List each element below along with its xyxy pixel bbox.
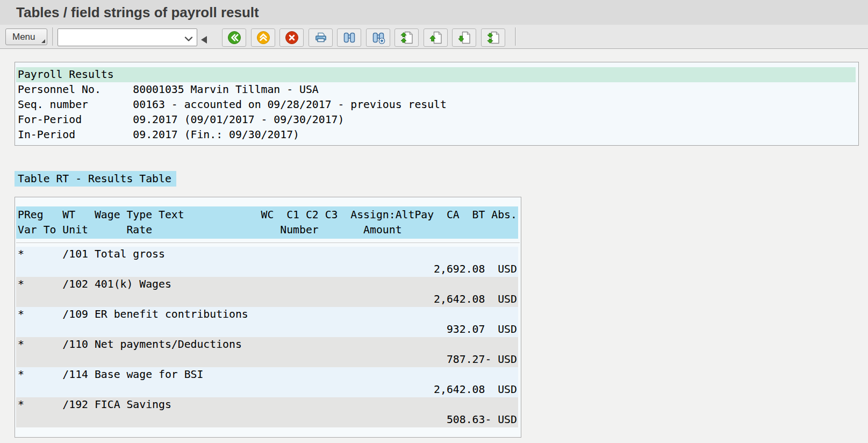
toolbar-separator [52, 27, 54, 46]
table-row[interactable]: * /101 Total gross 2,692.08 USD [16, 247, 518, 277]
first-page-icon [399, 30, 414, 45]
header-separator [16, 242, 520, 243]
amount-line: 2,692.08 USD [18, 262, 518, 277]
previous-page-button[interactable] [424, 28, 448, 47]
last-page-icon [486, 30, 501, 45]
exit-icon [256, 30, 271, 45]
find-next-button[interactable] [366, 28, 390, 47]
menu-corner-triangle-icon [41, 39, 45, 43]
wage-type-line: * /101 Total gross [18, 247, 518, 262]
print-icon [313, 30, 328, 45]
collapse-left-arrow-icon[interactable] [201, 36, 207, 44]
page-title: Tables / field strings of payroll result [0, 0, 868, 21]
rt-table-header: PReg WT Wage Type Text WC C1 C2 C3 Assig… [16, 206, 518, 239]
back-button[interactable] [222, 28, 246, 47]
payroll-results-box: Payroll Results Personnel No. 80001035 M… [15, 62, 859, 146]
previous-page-icon [428, 30, 443, 45]
amount-line: 508.63- USD [18, 412, 518, 427]
wage-type-line: * /109 ER benefit contributions [18, 307, 518, 322]
table-row[interactable]: * /114 Base wage for BSI 2,642.08 USD [16, 367, 518, 397]
rt-header-line-1: PReg WT Wage Type Text WC C1 C2 C3 Assig… [18, 208, 518, 223]
wage-type-line: * /110 Net payments/Deductions [18, 337, 518, 352]
wage-type-line: * /114 Base wage for BSI [18, 367, 518, 382]
cancel-icon [284, 30, 299, 45]
rt-table-rows: * /101 Total gross 2,692.08 USD * /102 4… [16, 247, 518, 427]
table-row[interactable]: * /192 FICA Savings 508.63- USD [16, 397, 518, 427]
cancel-button[interactable] [279, 28, 304, 47]
rt-table: PReg WT Wage Type Text WC C1 C2 C3 Assig… [15, 197, 521, 438]
exit-button[interactable] [251, 28, 275, 47]
find-button[interactable] [337, 28, 361, 47]
personnel-no-line: Personnel No. 80001035 Marvin Tillman - … [15, 82, 858, 97]
amount-line: 787.27- USD [18, 352, 518, 367]
first-page-button[interactable] [394, 28, 419, 47]
back-icon [227, 30, 242, 45]
in-period-line: In-Period 09.2017 (Fin.: 09/30/2017) [15, 127, 858, 142]
table-row[interactable]: * /109 ER benefit contributions 932.07 U… [16, 307, 518, 337]
seq-number-line: Seq. number 00163 - accounted on 09/28/2… [15, 97, 858, 112]
next-page-icon [457, 30, 472, 45]
toolbar: Menu [0, 25, 868, 49]
for-period-line: For-Period 09.2017 (09/01/2017 - 09/30/2… [15, 112, 858, 127]
chevron-down-icon[interactable] [184, 34, 193, 44]
title-bar: Tables / field strings of payroll result [0, 0, 868, 25]
sap-window: Tables / field strings of payroll result… [0, 0, 868, 443]
command-field[interactable] [58, 28, 197, 46]
menu-button-label: Menu [12, 32, 35, 42]
wage-type-line: * /102 401(k) Wages [18, 277, 518, 292]
find-icon [342, 30, 357, 45]
amount-line: 2,642.08 USD [18, 292, 518, 307]
next-page-button[interactable] [452, 28, 476, 47]
wage-type-line: * /192 FICA Savings [18, 397, 518, 412]
menu-button[interactable]: Menu [5, 28, 47, 45]
last-page-button[interactable] [481, 28, 505, 47]
amount-line: 2,642.08 USD [18, 382, 518, 397]
print-button[interactable] [309, 28, 333, 47]
rt-table-label: Table RT - Results Table [15, 171, 176, 187]
rt-header-line-2: Var To Unit Rate Number Amount [18, 223, 518, 238]
table-row[interactable]: * /102 401(k) Wages 2,642.08 USD [16, 277, 518, 307]
find-next-icon [371, 30, 386, 45]
payroll-results-header: Payroll Results [16, 67, 856, 82]
amount-line: 932.07 USD [18, 322, 518, 337]
table-row[interactable]: * /110 Net payments/Deductions 787.27- U… [16, 337, 518, 367]
toolbar-separator [515, 27, 517, 46]
command-input[interactable] [58, 29, 187, 45]
